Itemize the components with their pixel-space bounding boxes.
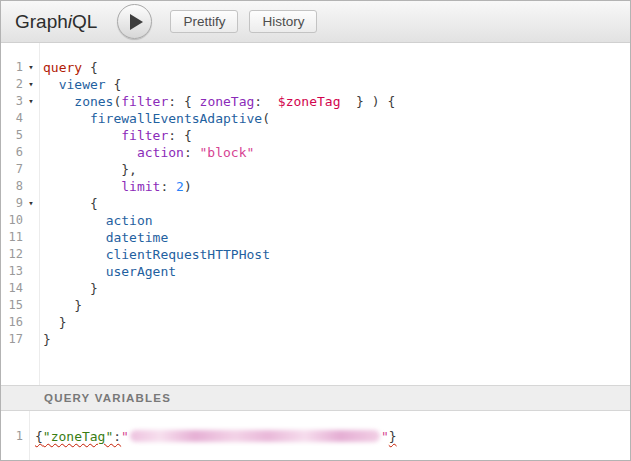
token: action [137,145,184,160]
token: { [35,429,43,444]
query-editor[interactable]: 1▾query {2▾ viewer {3▾ zones(filter: { z… [1,43,630,385]
logo-text-graph: Graph [15,11,68,32]
code-line: 13 userAgent [1,263,630,280]
code-line: 7 }, [1,161,630,178]
code-text: } [39,297,82,314]
line-number: 1 [1,59,23,76]
line-number: 5 [1,127,23,144]
token: } ) { [340,94,395,109]
code-line: 1{"zoneTag":""} [1,428,630,445]
query-variables-title: QUERY VARIABLES [44,392,171,404]
query-variables-header[interactable]: QUERY VARIABLES [1,385,630,411]
token: } [43,281,98,296]
history-button[interactable]: History [249,10,317,33]
prettify-button[interactable]: Prettify [170,10,238,33]
code-text: } [39,331,51,348]
code-line: 1▾query { [1,59,630,76]
fold-spacer [23,178,39,195]
code-line: 12 clientRequestHTTPHost [1,246,630,263]
token: : [160,179,176,194]
code-line: 3▾ zones(filter: { zoneTag: $zoneTag } )… [1,93,630,110]
variables-editor[interactable]: 1{"zoneTag":""} [1,411,630,460]
code-text: query { [39,59,98,76]
token: " [121,429,129,444]
fold-spacer [23,297,39,314]
token: } [389,429,397,444]
code-line: 2▾ viewer { [1,76,630,93]
code-line: 16 } [1,314,630,331]
token: { [43,196,98,211]
token: viewer [59,77,106,92]
token: query [43,60,82,75]
token: userAgent [106,264,176,279]
token: } [43,315,66,330]
token [43,77,59,92]
code-line: 11 datetime [1,229,630,246]
code-text: filter: { [39,127,192,144]
fold-arrow-icon[interactable]: ▾ [23,76,39,93]
token [43,230,106,245]
line-number: 17 [1,331,23,348]
token: : [113,429,121,444]
token: { [82,60,98,75]
fold-spacer [23,314,39,331]
token: : { [168,94,199,109]
line-number: 16 [1,314,23,331]
variables-lines: 1{"zoneTag":""} [1,428,630,445]
token: clientRequestHTTPHost [106,247,270,262]
code-line: 4 firewallEventsAdaptive( [1,110,630,127]
token: firewallEventsAdaptive [90,111,262,126]
code-text: clientRequestHTTPHost [39,246,270,263]
token [43,264,106,279]
token: zones [74,94,113,109]
code-text: }, [39,161,137,178]
line-number: 7 [1,161,23,178]
fold-spacer [23,280,39,297]
token: action [106,213,153,228]
graphiql-app: GraphiQL Prettify History 1▾query {2▾ vi… [0,0,631,461]
token: "block" [200,145,255,160]
token: } [43,332,51,347]
code-text: viewer { [39,76,121,93]
fold-spacer [23,127,39,144]
fold-arrow-icon[interactable]: ▾ [23,195,39,212]
gutter-divider [29,411,30,460]
fold-arrow-icon[interactable]: ▾ [23,59,39,76]
token: : { [168,128,191,143]
line-number: 3 [1,93,23,110]
graphiql-logo: GraphiQL [15,11,97,33]
code-line: 14 } [1,280,630,297]
line-number: 10 [1,212,23,229]
fold-spacer [23,331,39,348]
token: 2 [176,179,184,194]
token: } [43,298,82,313]
code-text: zones(filter: { zoneTag: $zoneTag } ) { [39,93,395,110]
line-number: 14 [1,280,23,297]
code-line: 6 action: "block" [1,144,630,161]
token: " [381,429,389,444]
code-text: firewallEventsAdaptive( [39,110,270,127]
code-text: limit: 2) [39,178,192,195]
token: limit [121,179,160,194]
code-line: 9▾ { [1,195,630,212]
token: }, [43,162,137,177]
code-text: } [39,280,98,297]
fold-arrow-icon[interactable]: ▾ [23,93,39,110]
token: ) [184,179,192,194]
token: $zoneTag [278,94,341,109]
fold-spacer [23,246,39,263]
token [43,111,90,126]
token [43,145,137,160]
line-number: 4 [1,110,23,127]
token: datetime [106,230,169,245]
line-number: 12 [1,246,23,263]
token [43,179,121,194]
execute-query-button[interactable] [117,4,152,39]
fold-spacer [23,161,39,178]
line-number: 6 [1,144,23,161]
code-line: 8 limit: 2) [1,178,630,195]
code-text: } [39,314,66,331]
play-icon [130,14,143,30]
token: : [184,145,200,160]
token: filter [121,128,168,143]
